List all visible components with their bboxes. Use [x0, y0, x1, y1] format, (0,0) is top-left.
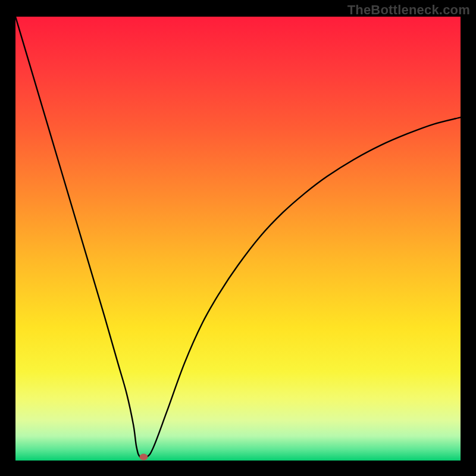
chart-svg — [15, 17, 461, 461]
optimal-point-marker — [139, 454, 148, 461]
chart-plot-area — [15, 17, 461, 461]
chart-frame: TheBottleneck.com — [0, 0, 476, 476]
watermark-text: TheBottleneck.com — [347, 2, 470, 18]
gradient-background — [15, 17, 461, 461]
